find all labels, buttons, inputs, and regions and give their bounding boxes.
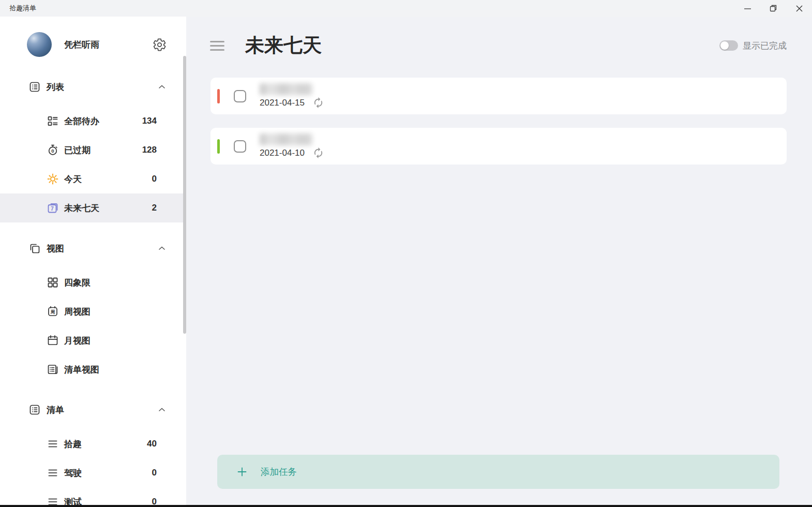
page-title: 未来七天 bbox=[245, 33, 322, 58]
settings-button[interactable] bbox=[153, 38, 167, 52]
show-completed-control: 显示已完成 bbox=[719, 40, 787, 52]
sidebar-item-label: 拾趣 bbox=[64, 438, 82, 450]
close-icon bbox=[795, 5, 803, 12]
chevron-up-icon[interactable] bbox=[157, 82, 167, 92]
section-items: 全部待办 134 0 已过期 128 bbox=[0, 107, 186, 222]
task-body: 2021-04-15 bbox=[260, 83, 324, 109]
task-due-date: 2021-04-15 bbox=[260, 98, 305, 108]
sidebar-item-next-seven-days[interactable]: 7 未来七天 2 bbox=[0, 193, 186, 222]
board-list-icon bbox=[47, 115, 59, 127]
toggle-knob bbox=[720, 41, 729, 50]
sidebar-item-week-view[interactable]: 周 周视图 bbox=[0, 297, 186, 326]
close-button[interactable] bbox=[786, 0, 812, 17]
sun-icon bbox=[47, 173, 59, 185]
sidebar-item-label: 未来七天 bbox=[64, 202, 99, 214]
chevron-up-icon[interactable] bbox=[157, 244, 167, 253]
task-due-date: 2021-04-10 bbox=[260, 148, 305, 158]
main-header: 未来七天 显示已完成 bbox=[186, 17, 812, 58]
restore-icon bbox=[769, 4, 777, 12]
task-card[interactable]: 2021-04-15 bbox=[210, 78, 787, 114]
month-calendar-icon bbox=[47, 334, 59, 347]
section-checklists: 清单 拾趣 40 bbox=[0, 395, 186, 507]
minimize-icon bbox=[744, 5, 751, 12]
task-title-redacted bbox=[260, 83, 312, 95]
item-count: 128 bbox=[142, 145, 157, 155]
priority-bar bbox=[217, 89, 220, 103]
item-count: 40 bbox=[147, 439, 157, 449]
section-header-checklists[interactable]: 清单 bbox=[0, 395, 186, 424]
triple-lines-icon bbox=[47, 467, 59, 479]
task-meta: 2021-04-10 bbox=[260, 147, 324, 159]
quadrant-icon bbox=[47, 276, 59, 289]
sidebar-item-label: 驾驶 bbox=[64, 467, 82, 479]
sidebar-item-label: 全部待办 bbox=[64, 115, 99, 127]
sidebar-item-label: 四象限 bbox=[64, 277, 91, 289]
show-completed-toggle[interactable] bbox=[719, 40, 738, 51]
sidebar-item-label: 清单视图 bbox=[64, 364, 99, 376]
list-doc-icon bbox=[47, 363, 59, 376]
section-label: 清单 bbox=[47, 404, 64, 416]
section-header-lists[interactable]: 列表 bbox=[0, 72, 186, 101]
section-lists: 列表 全部待办 134 bbox=[0, 72, 186, 222]
triple-lines-icon bbox=[47, 438, 59, 450]
task-title-redacted bbox=[260, 133, 312, 145]
sidebar-item-label: 已过期 bbox=[64, 144, 91, 156]
sidebar-item-label: 月视图 bbox=[64, 335, 91, 347]
sidebar-item-all-todos[interactable]: 全部待办 134 bbox=[0, 107, 186, 136]
section-label: 列表 bbox=[47, 81, 64, 93]
task-checkbox[interactable] bbox=[234, 90, 246, 102]
sidebar-item-test[interactable]: 测试 0 bbox=[0, 487, 186, 507]
svg-text:7: 7 bbox=[51, 205, 54, 212]
sidebar: 凭栏听雨 列表 bbox=[0, 17, 186, 507]
task-meta: 2021-04-15 bbox=[260, 97, 324, 109]
list-panel-icon bbox=[28, 404, 41, 416]
add-task-label: 添加任务 bbox=[261, 466, 297, 478]
sidebar-item-month-view[interactable]: 月视图 bbox=[0, 326, 186, 355]
repeat-icon bbox=[312, 97, 324, 109]
calendar-7-icon: 7 bbox=[47, 202, 59, 214]
hamburger-icon[interactable] bbox=[210, 41, 224, 51]
section-label: 视图 bbox=[47, 243, 64, 255]
bottom-window-edge bbox=[0, 505, 812, 507]
sidebar-item-driving[interactable]: 驾驶 0 bbox=[0, 458, 186, 487]
stopwatch-icon: 0 bbox=[47, 144, 59, 156]
avatar[interactable] bbox=[27, 32, 52, 57]
sidebar-item-list-view[interactable]: 清单视图 bbox=[0, 355, 186, 384]
task-checkbox[interactable] bbox=[234, 140, 246, 153]
minimize-button[interactable] bbox=[734, 0, 760, 17]
task-body: 2021-04-10 bbox=[260, 133, 324, 159]
item-count: 0 bbox=[152, 174, 157, 184]
section-items: 四象限 周 周视图 bbox=[0, 268, 186, 384]
task-card[interactable]: 2021-04-10 bbox=[210, 128, 787, 165]
sidebar-item-shiqu[interactable]: 拾趣 40 bbox=[0, 429, 186, 458]
item-count: 0 bbox=[152, 468, 157, 478]
repeat-icon bbox=[312, 147, 324, 159]
overlap-squares-icon bbox=[28, 242, 41, 255]
svg-text:0: 0 bbox=[51, 148, 54, 154]
restore-button[interactable] bbox=[760, 0, 786, 17]
svg-text:周: 周 bbox=[50, 309, 55, 315]
plus-icon bbox=[237, 467, 247, 477]
main-content: 未来七天 显示已完成 2021-04-15 bbox=[186, 17, 812, 507]
window-controls bbox=[734, 0, 812, 17]
app-title: 拾趣清单 bbox=[9, 4, 36, 13]
show-completed-label: 显示已完成 bbox=[743, 40, 787, 52]
item-count: 2 bbox=[152, 203, 157, 213]
section-views: 视图 四象限 bbox=[0, 234, 186, 384]
user-row: 凭栏听雨 bbox=[0, 17, 186, 61]
add-task-button[interactable]: 添加任务 bbox=[217, 455, 779, 489]
task-list: 2021-04-15 2021-04-10 bbox=[210, 78, 787, 165]
sidebar-item-today[interactable]: 今天 0 bbox=[0, 165, 186, 193]
priority-bar bbox=[217, 139, 220, 154]
section-header-views[interactable]: 视图 bbox=[0, 234, 186, 263]
chevron-up-icon[interactable] bbox=[157, 405, 167, 414]
user-name: 凭栏听雨 bbox=[64, 39, 99, 51]
sidebar-item-overdue[interactable]: 0 已过期 128 bbox=[0, 136, 186, 165]
sidebar-item-quadrants[interactable]: 四象限 bbox=[0, 268, 186, 297]
sidebar-item-label: 周视图 bbox=[64, 306, 91, 318]
item-count: 134 bbox=[142, 116, 157, 126]
section-items: 拾趣 40 驾驶 0 bbox=[0, 429, 186, 507]
week-calendar-icon: 周 bbox=[47, 305, 59, 318]
list-panel-icon bbox=[28, 81, 41, 93]
titlebar: 拾趣清单 bbox=[0, 0, 812, 17]
